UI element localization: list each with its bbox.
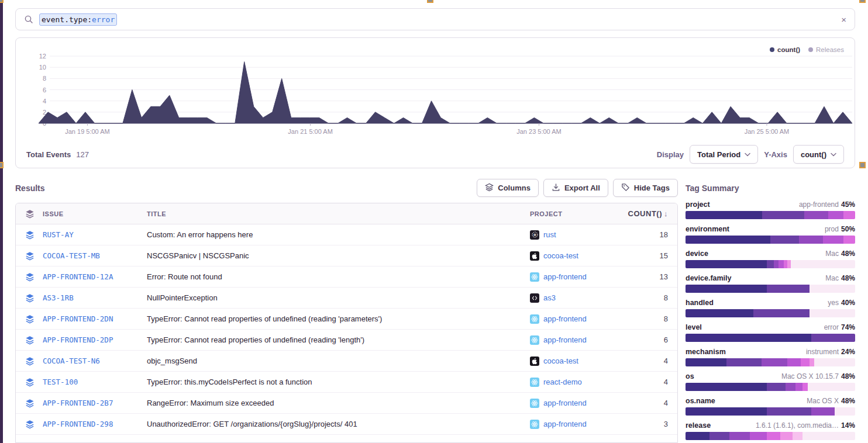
tag-distribution-bar[interactable] (686, 260, 855, 268)
tag-bar-segment[interactable] (686, 334, 811, 342)
tag-bar-segment[interactable] (843, 236, 855, 244)
project-link[interactable]: react-demo (543, 378, 582, 386)
react-project-icon (530, 314, 539, 324)
tag-bar-segment[interactable] (686, 407, 767, 416)
tag-bar-segment[interactable] (762, 211, 805, 219)
tag-bar-segment[interactable] (767, 285, 810, 293)
tag-bar-segment[interactable] (774, 260, 779, 268)
hide-tags-button[interactable]: Hide Tags (613, 179, 678, 197)
tag-bar-segment[interactable] (779, 260, 784, 268)
tag-bar-segment[interactable] (810, 285, 855, 293)
selection-handle-top-right[interactable] (859, 0, 866, 3)
tag-distribution-bar[interactable] (686, 432, 855, 440)
tag-bar-segment[interactable] (686, 260, 767, 268)
tag-bar-segment[interactable] (686, 211, 762, 219)
issue-link[interactable]: AS3-1RB (43, 293, 147, 302)
issue-link[interactable]: RUST-AY (43, 230, 147, 239)
column-header-issue[interactable]: ISSUE (43, 210, 147, 217)
tag-bar-segment[interactable] (808, 383, 855, 391)
display-dropdown[interactable]: Total Period (690, 145, 758, 164)
tag-bar-segment[interactable] (811, 334, 855, 342)
issue-link[interactable]: APP-FRONTEND-2B7 (43, 399, 147, 407)
tag-bar-segment[interactable] (823, 236, 843, 244)
svg-text:6: 6 (43, 86, 46, 94)
tag-distribution-bar[interactable] (686, 236, 855, 244)
tag-bar-segment[interactable] (750, 432, 767, 440)
tag-bar-segment[interactable] (786, 383, 795, 391)
project-link[interactable]: app-frontend (543, 314, 587, 323)
tag-bar-segment[interactable] (767, 260, 774, 268)
tag-distribution-bar[interactable] (686, 334, 855, 342)
tag-distribution-bar[interactable] (686, 211, 855, 219)
tag-bar-segment[interactable] (810, 309, 855, 317)
tag-bar-segment[interactable] (686, 285, 767, 293)
search-bar[interactable]: event.type:error × (15, 8, 855, 30)
selection-handle-left-mid[interactable] (0, 162, 4, 168)
tag-bar-segment[interactable] (780, 432, 792, 440)
tag-bar-segment[interactable] (802, 383, 808, 391)
tag-bar-segment[interactable] (686, 309, 753, 317)
tag-bar-segment[interactable] (753, 309, 810, 317)
tag-bar-segment[interactable] (726, 358, 762, 366)
events-area-chart[interactable]: 024681012Jan 19 5:00 AMJan 21 5:00 AMJan… (16, 45, 855, 142)
column-header-project[interactable]: PROJECT (530, 210, 624, 217)
selection-handle-right-mid[interactable] (859, 162, 866, 168)
svg-text:8: 8 (43, 75, 46, 82)
tag-bar-segment[interactable] (787, 358, 801, 366)
tag-distribution-bar[interactable] (686, 407, 855, 416)
tag-bar-segment[interactable] (709, 432, 730, 440)
project-link[interactable]: app-frontend (543, 420, 587, 428)
tag-distribution-bar[interactable] (686, 383, 855, 391)
tag-bar-segment[interactable] (814, 358, 855, 366)
tag-bar-segment[interactable] (729, 432, 750, 440)
export-all-button[interactable]: Export All (543, 179, 608, 197)
selection-handle-top-mid[interactable] (427, 0, 433, 3)
tag-bar-segment[interactable] (795, 383, 802, 391)
tag-bar-segment[interactable] (835, 407, 855, 416)
columns-button[interactable]: Columns (477, 179, 539, 197)
tag-bar-segment[interactable] (686, 432, 709, 440)
tag-bar-segment[interactable] (767, 383, 786, 391)
project-link[interactable]: as3 (543, 293, 556, 302)
column-header-title[interactable]: TITLE (147, 210, 530, 217)
tag-bar-segment[interactable] (686, 383, 767, 391)
project-link[interactable]: app-frontend (543, 272, 587, 281)
tag-bar-segment[interactable] (811, 407, 835, 416)
project-link[interactable]: rust (543, 230, 556, 239)
svg-text:12: 12 (39, 53, 46, 60)
tag-bar-segment[interactable] (799, 236, 823, 244)
search-query-token[interactable]: event.type:error (39, 13, 117, 26)
tag-bar-segment[interactable] (767, 407, 811, 416)
tag-bar-segment[interactable] (793, 432, 802, 440)
issue-link[interactable]: COCOA-TEST-MB (43, 251, 147, 260)
tag-bar-segment[interactable] (770, 236, 799, 244)
tag-bar-segment[interactable] (767, 432, 780, 440)
tag-bar-segment[interactable] (801, 358, 810, 366)
tag-distribution-bar[interactable] (686, 285, 855, 293)
project-link[interactable]: cocoa-test (543, 251, 578, 260)
tag-distribution-bar[interactable] (686, 358, 855, 366)
column-header-count[interactable]: COUNT()↓ (624, 209, 677, 218)
tag-bar-segment[interactable] (791, 260, 855, 268)
issue-link[interactable]: APP-FRONTEND-2DN (43, 314, 147, 323)
issue-link[interactable]: COCOA-TEST-N6 (43, 357, 147, 365)
project-link[interactable]: app-frontend (543, 399, 587, 407)
tag-bar-segment[interactable] (804, 211, 828, 219)
issue-link[interactable]: APP-FRONTEND-2DP (43, 335, 147, 344)
tag-bar-segment[interactable] (843, 211, 855, 219)
tag-bar-segment[interactable] (828, 211, 843, 219)
tag-bar-segment[interactable] (810, 358, 815, 366)
selection-handle-top-left[interactable] (0, 0, 4, 3)
issue-link[interactable]: TEST-100 (43, 378, 147, 386)
project-link[interactable]: app-frontend (543, 335, 587, 344)
issue-link[interactable]: APP-FRONTEND-12A (43, 272, 147, 281)
search-clear-icon[interactable]: × (841, 15, 846, 24)
tag-bar-segment[interactable] (762, 358, 787, 366)
tag-bar-segment[interactable] (686, 236, 770, 244)
tag-distribution-bar[interactable] (686, 309, 855, 317)
tag-bar-segment[interactable] (802, 432, 855, 440)
issue-link[interactable]: APP-FRONTEND-298 (43, 420, 147, 428)
tag-bar-segment[interactable] (686, 358, 726, 366)
project-link[interactable]: cocoa-test (543, 357, 578, 365)
yaxis-dropdown[interactable]: count() (793, 145, 844, 164)
